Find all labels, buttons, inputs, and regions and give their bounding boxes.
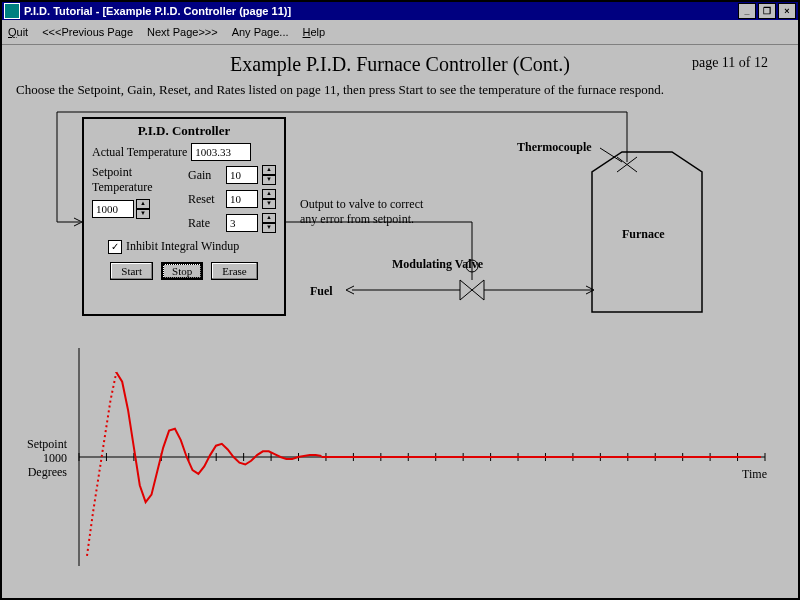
output-desc: Output to valve to correctany error from… bbox=[300, 197, 423, 227]
fuel-label: Fuel bbox=[310, 284, 333, 299]
reset-field[interactable]: 10 bbox=[226, 190, 258, 208]
menu-next-page[interactable]: Next Page>>> bbox=[147, 26, 218, 38]
gain-field[interactable]: 10 bbox=[226, 166, 258, 184]
graph-y-label: Setpoint1000Degrees bbox=[12, 437, 67, 479]
setpoint-stepper[interactable]: ▲▼ bbox=[136, 199, 150, 219]
pid-controller-panel: P.I.D. Controller Actual Temperature 100… bbox=[82, 117, 286, 316]
start-button[interactable]: Start bbox=[110, 262, 153, 280]
inhibit-windup-label: Inhibit Integral Windup bbox=[126, 239, 239, 254]
app-icon bbox=[4, 3, 20, 19]
pid-panel-title: P.I.D. Controller bbox=[84, 123, 284, 139]
title-bar: P.I.D. Tutorial - [Example P.I.D. Contro… bbox=[2, 2, 798, 20]
furnace-label: Furnace bbox=[622, 227, 665, 242]
setpoint-label: SetpointTemperature bbox=[92, 165, 160, 195]
erase-button[interactable]: Erase bbox=[211, 262, 257, 280]
menu-quit[interactable]: Quit bbox=[8, 26, 28, 38]
svg-marker-3 bbox=[472, 280, 484, 300]
rate-field[interactable]: 3 bbox=[226, 214, 258, 232]
modulating-valve-label: Modulating Valve bbox=[392, 257, 483, 272]
gain-stepper[interactable]: ▲▼ bbox=[262, 165, 276, 185]
reset-stepper[interactable]: ▲▼ bbox=[262, 189, 276, 209]
close-button[interactable]: × bbox=[778, 3, 796, 19]
rate-stepper[interactable]: ▲▼ bbox=[262, 213, 276, 233]
gain-label: Gain bbox=[188, 168, 222, 183]
response-graph: Setpoint1000Degrees Time bbox=[77, 342, 767, 572]
thermocouple-label: Thermocouple bbox=[517, 140, 592, 155]
menu-help[interactable]: Help bbox=[303, 26, 326, 38]
rate-label: Rate bbox=[188, 216, 222, 231]
maximize-button[interactable]: ❐ bbox=[758, 3, 776, 19]
reset-label: Reset bbox=[188, 192, 222, 207]
minimize-button[interactable]: _ bbox=[738, 3, 756, 19]
actual-temp-field: 1003.33 bbox=[191, 143, 251, 161]
actual-temp-label: Actual Temperature bbox=[92, 145, 187, 160]
check-icon: ✓ bbox=[108, 240, 122, 254]
stop-button[interactable]: Stop bbox=[161, 262, 203, 280]
inhibit-windup-checkbox[interactable]: ✓ Inhibit Integral Windup bbox=[108, 239, 284, 254]
menu-any-page[interactable]: Any Page... bbox=[232, 26, 289, 38]
setpoint-field[interactable]: 1000 bbox=[92, 200, 134, 218]
menu-prev-page[interactable]: <<<Previous Page bbox=[42, 26, 133, 38]
window-title: P.I.D. Tutorial - [Example P.I.D. Contro… bbox=[24, 5, 291, 17]
svg-marker-2 bbox=[460, 280, 472, 300]
